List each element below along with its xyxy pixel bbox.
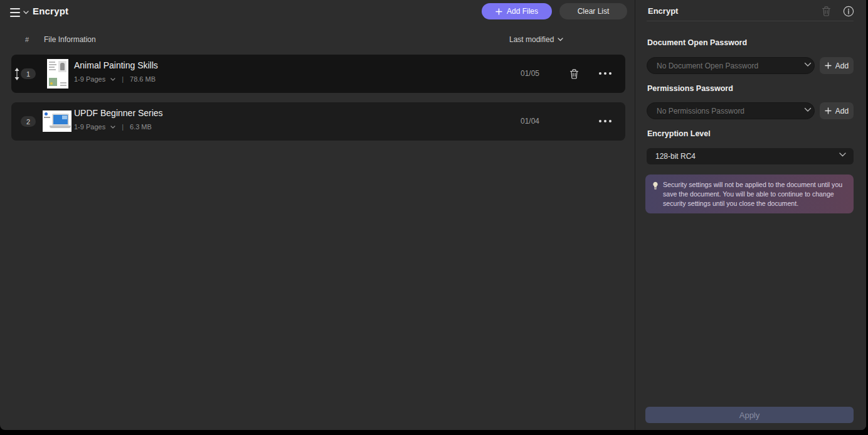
panel-trash-button[interactable] <box>819 4 833 18</box>
panel-title: Encrypt <box>648 6 678 16</box>
column-header-last-modified[interactable]: Last modified <box>509 35 563 44</box>
more-options-button[interactable] <box>593 65 617 82</box>
file-pages[interactable]: 1-9 Pages <box>74 75 105 83</box>
chevron-down-icon[interactable] <box>110 78 115 81</box>
file-modified-date: 01/04 <box>513 117 547 126</box>
app-window: Encrypt Add Files Clear List # File Info… <box>0 0 866 430</box>
file-thumbnail <box>47 59 68 89</box>
file-row[interactable]: 1 Animal Painting Skills 1-9 Pages | 78.… <box>11 55 625 93</box>
row-index-badge: 2 <box>21 116 36 127</box>
add-files-button[interactable]: Add Files <box>482 3 552 19</box>
panel-divider <box>647 21 854 21</box>
last-modified-label: Last modified <box>509 35 554 44</box>
permissions-password-input[interactable] <box>647 102 815 119</box>
encryption-level-select[interactable]: 128-bit RC4 <box>647 148 854 164</box>
plus-icon <box>495 8 502 15</box>
info-button[interactable] <box>842 4 855 18</box>
chevron-down-icon <box>839 153 846 157</box>
add-files-label: Add Files <box>507 7 538 16</box>
plus-icon <box>825 107 832 114</box>
encryption-level-label: Encryption Level <box>647 129 711 138</box>
file-row[interactable]: 2 UPDF Beginner Series 1-9 Pages | 6.3 M… <box>11 102 625 141</box>
file-title: UPDF Beginner Series <box>74 108 163 118</box>
main-menu-button[interactable] <box>10 6 33 19</box>
encrypt-settings-panel: Encrypt Document Open Password Add Permi… <box>635 0 866 430</box>
file-size: 6.3 MB <box>130 123 152 131</box>
more-options-icon <box>599 72 601 75</box>
delete-file-button[interactable] <box>566 66 582 82</box>
file-meta: 1-9 Pages | 78.6 MB <box>74 75 156 83</box>
clear-list-button[interactable]: Clear List <box>559 3 627 19</box>
file-size: 78.6 MB <box>130 75 156 83</box>
plus-icon <box>825 62 832 69</box>
add-document-open-password-button[interactable]: Add <box>820 57 854 74</box>
file-meta: 1-9 Pages | 6.3 MB <box>74 123 152 131</box>
more-options-icon <box>599 120 601 122</box>
trash-icon <box>821 6 832 17</box>
add-label: Add <box>835 62 849 70</box>
permissions-password-label: Permissions Password <box>647 84 733 93</box>
lightbulb-icon <box>652 181 659 190</box>
add-label: Add <box>835 107 849 115</box>
meta-separator: | <box>119 123 126 131</box>
column-header-file-information: File Information <box>44 35 96 44</box>
column-header-index: # <box>25 36 29 43</box>
file-modified-date: 01/05 <box>513 69 547 78</box>
more-options-button[interactable] <box>593 112 617 130</box>
encryption-level-value: 128-bit RC4 <box>655 152 696 161</box>
add-permissions-password-button[interactable]: Add <box>820 102 854 119</box>
security-notice-text: Security settings will not be applied to… <box>663 181 842 207</box>
page-title: Encrypt <box>33 6 68 16</box>
meta-separator: | <box>119 75 126 83</box>
hamburger-menu-icon <box>10 8 20 17</box>
row-index-badge: 1 <box>21 68 36 79</box>
apply-button[interactable]: Apply <box>645 407 854 423</box>
file-title: Animal Painting Skills <box>74 60 158 70</box>
document-open-password-label: Document Open Password <box>647 38 747 47</box>
file-pages[interactable]: 1-9 Pages <box>74 123 105 131</box>
chevron-down-icon <box>558 38 563 41</box>
info-icon <box>843 6 854 17</box>
trash-icon <box>569 68 580 80</box>
security-notice: Security settings will not be applied to… <box>645 175 854 213</box>
document-open-password-input[interactable] <box>647 57 815 74</box>
clear-list-label: Clear List <box>578 7 610 16</box>
apply-label: Apply <box>739 411 760 420</box>
file-thumbnail <box>43 110 71 132</box>
chevron-down-icon <box>23 11 29 14</box>
chevron-down-icon[interactable] <box>110 126 115 129</box>
